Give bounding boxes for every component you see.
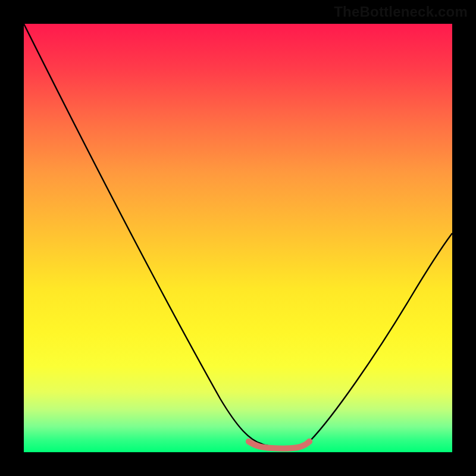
watermark-text: TheBottleneck.com [334, 4, 468, 20]
curve-layer [24, 24, 452, 452]
plot-area [24, 24, 452, 452]
min-dot-left [246, 439, 252, 444]
chart-frame: TheBottleneck.com [0, 0, 476, 476]
min-dot-right [306, 439, 312, 444]
bottleneck-curve [24, 24, 452, 447]
